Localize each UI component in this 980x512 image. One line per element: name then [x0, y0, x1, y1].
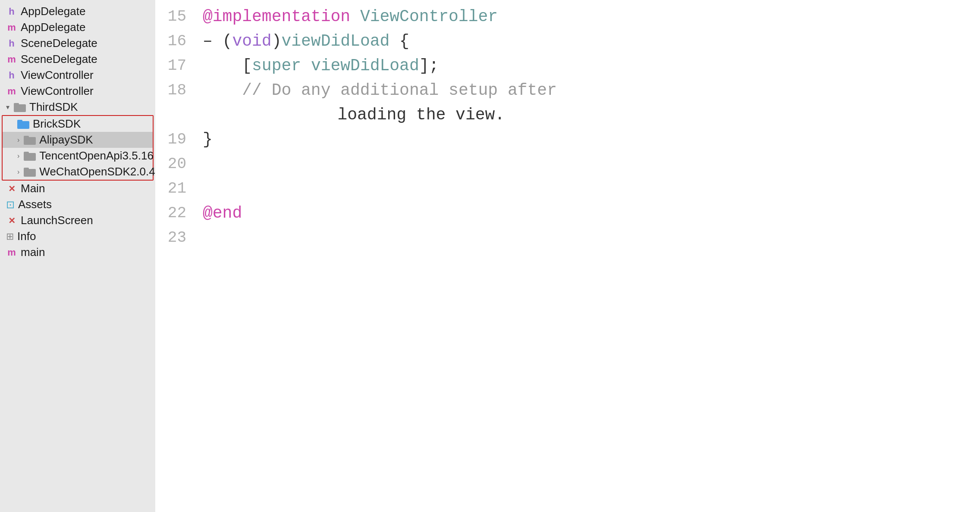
code-content: 15 @implementation ViewController 16 – (… — [155, 0, 980, 267]
svg-rect-7 — [24, 152, 29, 155]
code-line-20: 20 — [155, 152, 980, 176]
sidebar-item-info[interactable]: ⊞ Info — [0, 228, 155, 244]
code-line-19: 19 } — [155, 127, 980, 152]
sidebar-label: BrickSDK — [33, 117, 81, 131]
sidebar-item-app-delegate-h[interactable]: h AppDelegate — [0, 3, 155, 19]
sidebar-label: ThirdSDK — [29, 100, 78, 114]
code-line-15: 15 @implementation ViewController — [155, 4, 980, 29]
code-line-18: 18 // Do any additional setup after — [155, 78, 980, 103]
line-content: [super viewDidLoad]; — [198, 53, 980, 78]
h-icon: h — [6, 70, 17, 81]
sidebar-item-scene-delegate-m[interactable]: m SceneDelegate — [0, 51, 155, 67]
sidebar-label: ViewController — [21, 69, 94, 82]
sidebar-item-app-delegate-m[interactable]: m AppDelegate — [0, 19, 155, 35]
sidebar-label: Main — [21, 182, 45, 195]
sidebar-item-wechat[interactable]: › WeChatOpenSDK2.0.4 — [3, 164, 153, 180]
x-icon: ✕ — [6, 215, 17, 226]
sidebar-label: Info — [17, 230, 36, 243]
sidebar-item-main[interactable]: ✕ Main — [0, 181, 155, 197]
folder-blue-icon — [17, 119, 29, 129]
chevron-down-icon: ▾ — [6, 103, 9, 111]
svg-rect-5 — [24, 136, 29, 139]
code-line-21: 21 — [155, 176, 980, 201]
sidebar-label: AppDelegate — [21, 5, 85, 18]
h-icon: h — [6, 38, 17, 49]
code-line-22: 22 @end — [155, 201, 980, 225]
sidebar-label: TencentOpenApi3.5.16 — [39, 149, 154, 162]
sidebar-item-bricksdk[interactable]: BrickSDK — [3, 116, 153, 132]
chevron-right-icon: › — [17, 136, 19, 144]
line-content: @implementation ViewController — [198, 4, 980, 29]
assets-icon: ⊡ — [6, 199, 15, 211]
line-number: 15 — [155, 4, 198, 28]
line-number: 22 — [155, 201, 198, 225]
sidebar-label: Assets — [18, 198, 52, 211]
sidebar-item-main-m[interactable]: m main — [0, 244, 155, 260]
line-number: 20 — [155, 152, 198, 176]
line-number: 17 — [155, 53, 198, 78]
h-icon: h — [6, 6, 17, 17]
chevron-right-icon: › — [17, 152, 19, 160]
sidebar-item-launchscreen[interactable]: ✕ LaunchScreen — [0, 212, 155, 228]
code-line-18-cont: 18 loading the view. — [155, 103, 980, 127]
x-icon: ✕ — [6, 184, 17, 194]
line-continuation: loading the view. — [198, 103, 505, 127]
folder-gray-icon — [24, 135, 36, 145]
line-number: 23 — [155, 225, 198, 250]
sidebar-label: ViewController — [21, 84, 94, 98]
line-content: } — [198, 127, 980, 152]
folder-gray-icon — [24, 151, 36, 161]
sidebar-label: WeChatOpenSDK2.0.4 — [39, 165, 155, 178]
line-content: @end — [198, 201, 980, 225]
grid-icon: ⊞ — [6, 231, 14, 242]
sidebar-label: SceneDelegate — [21, 37, 97, 50]
code-editor[interactable]: 15 @implementation ViewController 16 – (… — [155, 0, 980, 512]
sidebar-label: main — [21, 246, 45, 259]
m-icon: m — [6, 247, 17, 258]
sidebar-item-scene-delegate-h[interactable]: h SceneDelegate — [0, 35, 155, 51]
line-number: 21 — [155, 176, 198, 200]
sidebar-item-tencent[interactable]: › TencentOpenApi3.5.16 — [3, 148, 153, 164]
sidebar-item-view-controller-h[interactable]: h ViewController — [0, 67, 155, 83]
svg-rect-3 — [17, 120, 22, 123]
sidebar-item-thirdsdk[interactable]: ▾ ThirdSDK — [0, 99, 155, 115]
m-icon: m — [6, 86, 17, 97]
line-number: 19 — [155, 127, 198, 151]
code-line-17: 17 [super viewDidLoad]; — [155, 53, 980, 78]
line-content: // Do any additional setup after — [198, 78, 980, 103]
sidebar-label: LaunchScreen — [21, 214, 93, 227]
code-line-23: 23 — [155, 225, 980, 250]
sidebar-item-assets[interactable]: ⊡ Assets — [0, 197, 155, 212]
svg-rect-9 — [24, 168, 29, 171]
m-icon: m — [6, 54, 17, 65]
chevron-right-icon: › — [17, 168, 19, 176]
line-number: 18 — [155, 78, 198, 102]
sidebar-label: SceneDelegate — [21, 53, 97, 66]
sidebar-item-alipaysdk[interactable]: › AlipaySDK — [3, 132, 153, 148]
code-line-16: 16 – (void)viewDidLoad { — [155, 29, 980, 53]
m-icon: m — [6, 22, 17, 33]
thirdsdk-red-group: BrickSDK › AlipaySDK › TencentOpenApi3 — [2, 115, 154, 181]
line-number: 16 — [155, 29, 198, 53]
folder-gray-icon — [14, 102, 26, 112]
sidebar-item-view-controller-m[interactable]: m ViewController — [0, 83, 155, 99]
svg-rect-1 — [14, 103, 19, 106]
sidebar: h AppDelegate m AppDelegate h SceneDeleg… — [0, 0, 155, 512]
sidebar-label: AlipaySDK — [39, 133, 93, 147]
line-content: – (void)viewDidLoad { — [198, 29, 980, 53]
folder-gray-icon — [24, 167, 36, 177]
code-line-18-block: 18 // Do any additional setup after 18 l… — [155, 78, 980, 127]
sidebar-label: AppDelegate — [21, 21, 85, 34]
